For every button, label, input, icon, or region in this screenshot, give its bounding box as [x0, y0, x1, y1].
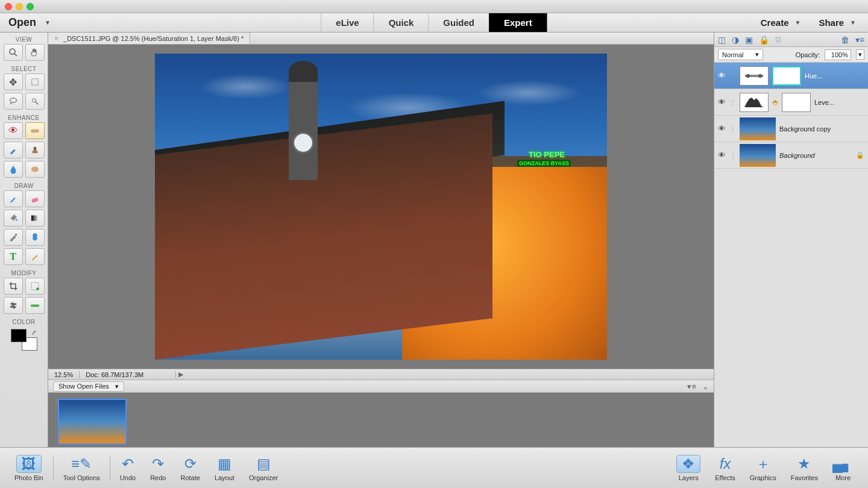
smart-brush-tool[interactable] [4, 142, 23, 158]
photo-bin-thumbnail[interactable] [58, 399, 127, 445]
link-icon[interactable]: ⋮ [730, 125, 736, 132]
lock-layer-icon[interactable]: 🔒 [759, 35, 769, 45]
layer-thumbnail[interactable] [740, 144, 776, 167]
layer-row[interactable]: 👁 ⋮ Background copy [714, 116, 868, 142]
close-tab-icon[interactable]: × [54, 34, 58, 43]
brush-tool[interactable] [4, 190, 23, 207]
bin-menu-icon[interactable]: ▾≡ [687, 382, 696, 391]
link-icon[interactable]: ⋮ [730, 152, 736, 158]
layer-name[interactable]: Background copy [779, 125, 864, 133]
type-tool[interactable]: T [4, 248, 23, 265]
canvas[interactable]: TIO PEPE GONZALES BYASS [48, 45, 714, 369]
layer-name[interactable]: Hue... [805, 72, 864, 80]
adjustment-thumbnail[interactable] [740, 66, 769, 86]
svg-line-5 [35, 102, 38, 105]
mode-tab-guided[interactable]: Guided [428, 13, 489, 32]
layer-row[interactable]: 👁 ⋮ Background 🔒 [714, 142, 868, 169]
spot-heal-tool[interactable] [25, 122, 45, 139]
window-zoom-icon[interactable] [27, 3, 34, 10]
btn-label: Organizer [249, 474, 278, 481]
adjustment-thumbnail[interactable] [740, 93, 769, 112]
window-close-icon[interactable] [5, 3, 12, 10]
document-tab[interactable]: × _DSC1511.JPG @ 12.5% (Hue/Saturation 1… [48, 33, 250, 44]
window-minimize-icon[interactable] [16, 3, 23, 10]
app-menu-bar: Open ▼ eLive Quick Guided Expert Create▼… [0, 13, 868, 33]
visibility-icon[interactable]: 👁 [718, 71, 726, 80]
link-icon[interactable]: ⋮ [730, 72, 736, 79]
favorites-button[interactable]: ★Favorites [784, 455, 825, 481]
create-menu[interactable]: Create▼ [755, 17, 807, 28]
sponge-tool[interactable] [25, 161, 45, 178]
layer-mask-icon[interactable]: ▣ [745, 35, 753, 45]
organizer-button[interactable]: ▤Organizer [242, 455, 285, 481]
photo-bin-button[interactable]: 🖼Photo Bin [7, 455, 51, 481]
svg-rect-10 [31, 198, 39, 203]
open-label: Open [8, 16, 36, 29]
layer-name[interactable]: Leve... [814, 99, 864, 106]
layer-row[interactable]: 👁 ⋮ Hue... [714, 63, 868, 89]
open-menu[interactable]: Open ▼ [8, 16, 60, 29]
lasso-tool[interactable] [4, 93, 23, 110]
chevron-down-icon: ▼ [794, 19, 800, 26]
color-swatch[interactable]: ⤤ [11, 329, 37, 351]
doc-size[interactable]: Doc: 68.7M/137.3M [80, 371, 176, 378]
more-button[interactable]: ▄▖More [825, 455, 861, 481]
layer-row[interactable]: 👁 ⋮ ⬘ Leve... [714, 89, 868, 116]
link-icon[interactable]: ⋮ [730, 99, 736, 105]
mode-tab-elive[interactable]: eLive [321, 13, 373, 32]
zoom-level[interactable]: 12.5% [48, 371, 80, 378]
visibility-icon[interactable]: 👁 [718, 124, 726, 133]
hand-tool[interactable] [25, 44, 45, 61]
layout-button[interactable]: ▦Layout [207, 455, 242, 481]
new-layer-icon[interactable]: ◫ [718, 35, 726, 45]
move-tool[interactable]: ✥ [4, 74, 23, 90]
photo-bin-dropdown[interactable]: Show Open Files ▾ [53, 381, 124, 392]
svg-point-3 [10, 98, 16, 103]
delete-layer-icon[interactable]: 🗑 [841, 35, 849, 45]
straighten-tool[interactable] [25, 297, 45, 314]
foreground-color-swatch[interactable] [11, 329, 27, 342]
visibility-icon[interactable]: 👁 [718, 98, 726, 107]
layer-name[interactable]: Background [779, 152, 852, 159]
link-layers-icon[interactable]: ⧉ [775, 34, 781, 45]
layers-button[interactable]: ❖Layers [669, 455, 708, 481]
blend-mode-select[interactable]: Normal ▾ [718, 49, 763, 60]
clone-stamp-tool[interactable] [25, 142, 45, 158]
quick-select-tool[interactable] [25, 93, 45, 110]
effects-button[interactable]: fxEffects [708, 455, 742, 481]
panel-menu-icon[interactable]: ▾≡ [855, 35, 864, 45]
visibility-icon[interactable]: 👁 [718, 151, 726, 160]
redeye-tool[interactable]: 👁 [4, 122, 23, 139]
paint-bucket-tool[interactable] [4, 210, 23, 227]
layer-thumbnail[interactable] [740, 117, 776, 140]
eraser-tool[interactable] [25, 190, 45, 207]
status-menu-icon[interactable]: ▶ [176, 371, 186, 378]
gradient-tool[interactable] [25, 210, 45, 227]
graphics-button[interactable]: ＋Graphics [743, 455, 784, 481]
link-indicator-icon: ⬘ [772, 98, 778, 107]
bin-collapse-icon[interactable]: ⌄ [702, 382, 709, 391]
new-adjustment-icon[interactable]: ◑ [732, 35, 739, 45]
chevron-down-icon[interactable]: ▾ [856, 49, 864, 60]
pencil-tool[interactable] [25, 248, 45, 265]
undo-button[interactable]: ↶Undo [113, 455, 143, 481]
recompose-tool[interactable] [25, 278, 45, 295]
opacity-input[interactable]: 100% [825, 49, 851, 60]
content-aware-move-tool[interactable] [4, 297, 23, 314]
crop-tool[interactable] [4, 278, 23, 295]
share-menu[interactable]: Share▼ [813, 17, 862, 28]
mode-tab-quick[interactable]: Quick [374, 13, 429, 32]
rotate-button[interactable]: ⟳Rotate [173, 455, 207, 481]
marquee-tool[interactable] [25, 74, 45, 90]
eyedropper-tool[interactable] [4, 229, 23, 246]
shape-tool[interactable] [25, 229, 45, 246]
tool-options-button[interactable]: ≡✎Tool Options [56, 455, 107, 481]
blur-tool[interactable] [4, 161, 23, 178]
swap-colors-icon[interactable]: ⤤ [31, 329, 36, 336]
layer-mask-thumbnail[interactable] [782, 93, 811, 112]
zoom-tool[interactable] [4, 44, 23, 61]
mode-tab-label: Guided [443, 17, 474, 28]
redo-button[interactable]: ↷Redo [143, 455, 173, 481]
layer-mask-thumbnail[interactable] [772, 66, 801, 86]
mode-tab-expert[interactable]: Expert [489, 13, 547, 32]
